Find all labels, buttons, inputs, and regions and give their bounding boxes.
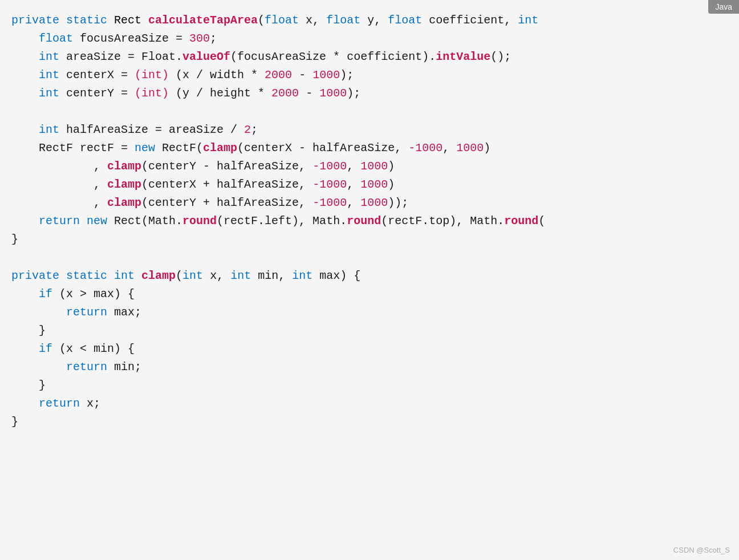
code-block: private static Rect calculateTapArea(flo…: [11, 11, 728, 431]
watermark: CSDN @Scott_S: [673, 546, 730, 554]
language-badge: Java: [708, 0, 739, 14]
code-container: Java private static Rect calculateTapAre…: [0, 0, 739, 560]
